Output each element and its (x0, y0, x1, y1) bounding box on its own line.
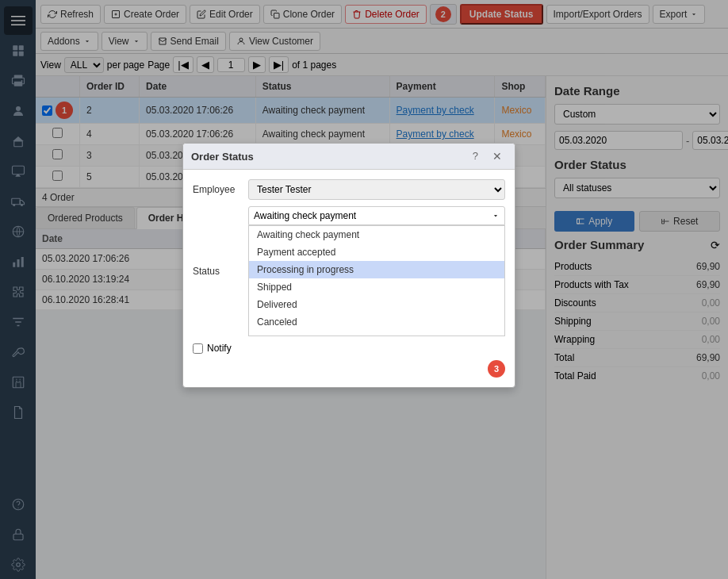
status-dropdown-list: Awaiting check payment Payment accepted … (248, 225, 505, 336)
notify-checkbox[interactable] (193, 343, 203, 354)
modal-overlay[interactable]: Order Status ? ✕ Employee Tester Tester … (0, 0, 728, 579)
status-option-canceled[interactable]: Canceled (249, 313, 504, 331)
status-option-payment-accepted[interactable]: Payment accepted (249, 243, 504, 261)
status-label: Status (193, 266, 248, 277)
status-current-value: Awaiting check payment (254, 210, 492, 221)
modal-step-badge-container: 3 (488, 360, 505, 378)
notify-row: Notify (193, 343, 505, 354)
notify-label: Notify (207, 343, 232, 354)
modal-help-button[interactable]: ? (468, 148, 483, 164)
status-select-container: Awaiting check payment Awaiting check pa… (248, 206, 505, 336)
chevron-down-icon (492, 212, 500, 220)
modal-actions: ? ✕ (468, 148, 507, 164)
modal-close-button[interactable]: ✕ (488, 148, 507, 164)
modal-body: Employee Tester Tester Status Awaiting c… (183, 170, 515, 387)
status-option-shipped[interactable]: Shipped (249, 278, 504, 296)
status-select-display[interactable]: Awaiting check payment (248, 206, 505, 225)
status-row: Status Awaiting check payment Awaiting c… (193, 206, 505, 336)
status-option-delivered[interactable]: Delivered (249, 296, 504, 313)
employee-row: Employee Tester Tester (193, 179, 505, 200)
status-option-refunded[interactable]: Refunded (249, 331, 504, 336)
employee-select[interactable]: Tester Tester (248, 179, 505, 200)
status-option-awaiting[interactable]: Awaiting check payment (249, 226, 504, 243)
step-badge-3: 3 (488, 360, 505, 378)
status-option-processing[interactable]: Processing in progress (249, 261, 504, 278)
modal-footer: 3 (193, 360, 505, 378)
order-status-modal: Order Status ? ✕ Employee Tester Tester … (182, 143, 515, 388)
modal-header: Order Status ? ✕ (183, 144, 515, 170)
employee-label: Employee (193, 184, 248, 195)
modal-title: Order Status (191, 151, 254, 163)
